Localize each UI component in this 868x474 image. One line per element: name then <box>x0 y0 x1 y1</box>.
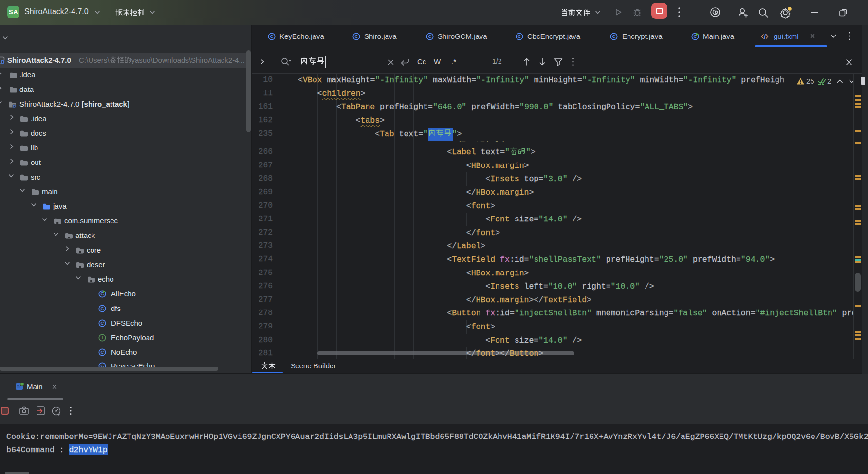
svg-text:C: C <box>518 34 521 39</box>
svg-text:C: C <box>101 306 104 311</box>
svg-text:C: C <box>428 34 432 39</box>
svg-text:C: C <box>101 320 104 326</box>
svg-text:I: I <box>102 335 103 340</box>
svg-text:C: C <box>101 349 104 355</box>
svg-text:C: C <box>612 34 616 39</box>
svg-text:C: C <box>355 34 358 39</box>
svg-text:C: C <box>270 34 274 39</box>
